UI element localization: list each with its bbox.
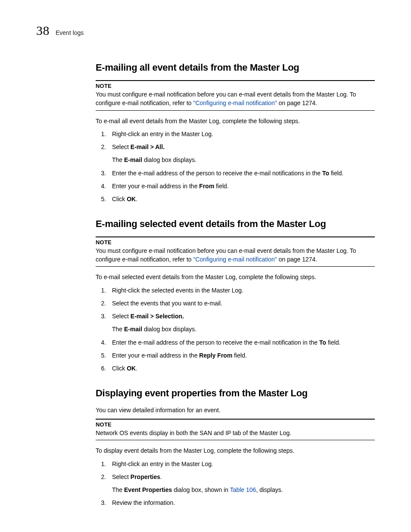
xref-link[interactable]: Table 106 (230, 486, 256, 493)
bold: Properties (131, 473, 160, 480)
text: Select (112, 313, 131, 320)
note-body: You must configure e-mail notification b… (96, 246, 375, 264)
steps-list: Right-click the selected events in the M… (96, 286, 375, 373)
text: dialog box displays. (142, 326, 196, 333)
text: Review the information. (112, 499, 175, 506)
step: Right-click the selected events in the M… (108, 286, 375, 295)
note-label: NOTE (96, 421, 375, 428)
text: Select (112, 143, 131, 150)
section-heading: E-mailing selected event details from th… (96, 218, 375, 230)
note-box: NOTE You must configure e-mail notificat… (96, 80, 375, 111)
step: Select Properties. The Event Properties … (108, 473, 375, 495)
text: dialog box, shown in (172, 486, 230, 493)
step: Right-click an entry in the Master Log. (108, 460, 375, 468)
bold: OK (127, 365, 136, 372)
steps-list: Right-click an entry in the Master Log. … (96, 460, 375, 507)
text: Click (112, 365, 127, 372)
intro-text: To display event details from the Master… (96, 446, 375, 455)
page-number: 38 (36, 23, 50, 38)
step: Right-click an entry in the Master Log. (108, 130, 375, 138)
bold: E-mail > All. (131, 143, 165, 150)
step: Enter the e-mail address of the person t… (108, 338, 375, 347)
steps-list: Right-click an entry in the Master Log. … (96, 130, 375, 204)
text: Select (112, 473, 131, 480)
page: 38 Event logs E-mailing all event detail… (0, 0, 411, 532)
text: Enter the e-mail address of the person t… (112, 339, 319, 346)
step: Review the information. (108, 498, 375, 507)
text: on page 1274. (277, 100, 317, 106)
section-heading: E-mailing all event details from the Mas… (96, 62, 375, 73)
text: Click (112, 196, 127, 202)
xref-link[interactable]: "Configuring e-mail notification" (193, 100, 277, 106)
note-body: You must configure e-mail notification b… (96, 90, 375, 108)
text: Enter the e-mail address of the person t… (112, 170, 322, 177)
bold: From (199, 183, 214, 190)
note-body: Network OS events display in both the SA… (96, 429, 375, 437)
bold: To (319, 339, 326, 346)
step: Select E-mail > All. The E-mail dialog b… (108, 143, 375, 165)
substep: The E-mail dialog box displays. (112, 156, 375, 164)
note-label: NOTE (96, 83, 375, 89)
note-box: NOTE Network OS events display in both t… (96, 419, 375, 440)
text: Network OS events display in both the SA… (96, 429, 291, 436)
text: . (160, 473, 162, 480)
bold: OK (127, 196, 136, 202)
text: The (112, 486, 124, 493)
text: Enter your e-mail address in the (112, 352, 199, 359)
text: field. (214, 183, 228, 190)
bold: To (322, 170, 329, 177)
text: The (112, 156, 124, 163)
text: dialog box displays. (142, 156, 196, 163)
text: . (136, 365, 137, 372)
text: , displays. (256, 486, 283, 493)
text: field. (329, 170, 343, 177)
step: Click OK. (108, 195, 375, 203)
bold: E-mail (124, 156, 142, 163)
note-label: NOTE (96, 239, 375, 246)
text: Right-click the selected events in the M… (112, 287, 243, 294)
step: Select E-mail > Selection. The E-mail di… (108, 312, 375, 334)
note-box: NOTE You must configure e-mail notificat… (96, 236, 375, 267)
intro-text: To e-mail all event details from the Mas… (96, 117, 375, 125)
content: E-mailing all event details from the Mas… (96, 62, 375, 507)
text: field. (326, 339, 340, 346)
step: Enter the e-mail address of the person t… (108, 169, 375, 177)
intro-text: To e-mail selected event details from th… (96, 273, 375, 281)
text: field. (232, 352, 246, 359)
section-heading: Displaying event properties from the Mas… (96, 388, 375, 399)
bold: Event Properties (124, 486, 172, 493)
step: Enter your e-mail address in the From fi… (108, 182, 375, 190)
text: The (112, 326, 124, 333)
step: Click OK. (108, 364, 375, 373)
step: Enter your e-mail address in the Reply F… (108, 351, 375, 360)
text: Select the events that you want to e-mai… (112, 300, 222, 307)
bold: E-mail (124, 326, 142, 333)
substep: The E-mail dialog box displays. (112, 325, 375, 333)
text: Right-click an entry in the Master Log. (112, 131, 213, 137)
step: Select the events that you want to e-mai… (108, 299, 375, 308)
running-title: Event logs (56, 29, 84, 36)
substep: The Event Properties dialog box, shown i… (112, 485, 375, 494)
page-header: 38 Event logs (36, 23, 375, 38)
body-text: You can view detailed information for an… (96, 406, 375, 414)
text: . (136, 196, 137, 202)
bold: E-mail > Selection. (131, 313, 184, 320)
text: Right-click an entry in the Master Log. (112, 460, 213, 467)
text: Enter your e-mail address in the (112, 183, 199, 190)
xref-link[interactable]: "Configuring e-mail notification" (193, 256, 277, 263)
text: on page 1274. (277, 256, 317, 263)
bold: Reply From (199, 352, 232, 359)
